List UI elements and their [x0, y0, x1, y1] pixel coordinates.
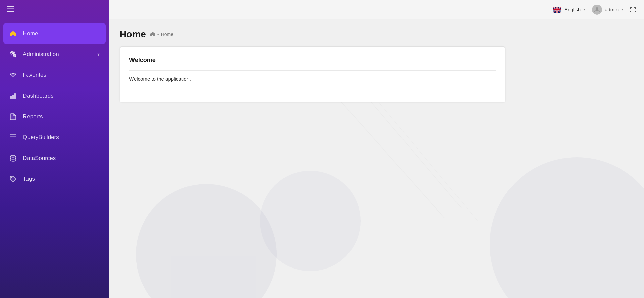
svg-rect-2 — [7, 11, 14, 12]
sidebar-item-datasources[interactable]: DataSources — [0, 148, 109, 169]
user-menu[interactable]: admin ▾ — [592, 5, 623, 15]
language-label: English — [564, 7, 581, 12]
sidebar-item-label: Home — [23, 30, 100, 37]
sidebar-item-dashboards[interactable]: Dashboards — [0, 85, 109, 106]
fullscreen-button[interactable] — [630, 7, 636, 13]
sidebar-item-label: Dashboards — [23, 93, 100, 99]
sidebar-item-label: Favorites — [23, 72, 100, 78]
page-title: Home — [120, 29, 146, 40]
bar-chart-icon — [9, 92, 17, 100]
welcome-message: Welcome to the application. — [129, 76, 496, 82]
svg-rect-5 — [14, 93, 16, 99]
database-icon — [9, 155, 17, 162]
main-content: English ▾ admin ▾ Home — [109, 0, 644, 298]
sidebar-header — [0, 0, 109, 20]
svg-point-12 — [10, 155, 16, 157]
sidebar-item-favorites[interactable]: Favorites — [0, 65, 109, 85]
svg-rect-1 — [7, 9, 14, 10]
welcome-card: Welcome Welcome to the application. — [120, 46, 505, 102]
sidebar-item-label: Tags — [23, 176, 100, 182]
file-icon — [9, 113, 17, 120]
language-selector[interactable]: English ▾ — [553, 7, 585, 13]
sidebar-item-label: QueryBuilders — [23, 134, 100, 141]
page-title-row: Home • Home — [120, 29, 633, 40]
sidebar: Home Administration ▾ Favorites — [0, 0, 109, 298]
svg-rect-4 — [12, 95, 14, 99]
username-label: admin — [605, 7, 619, 12]
welcome-title: Welcome — [129, 57, 496, 64]
tag-icon — [9, 175, 17, 183]
svg-point-18 — [596, 7, 598, 10]
sidebar-item-home[interactable]: Home — [3, 23, 106, 44]
breadcrumb-home-icon — [150, 31, 155, 38]
sidebar-item-reports[interactable]: Reports — [0, 106, 109, 127]
svg-rect-0 — [7, 6, 14, 7]
chevron-down-icon: ▾ — [97, 52, 100, 57]
breadcrumb: • Home — [150, 31, 173, 38]
svg-rect-8 — [10, 135, 16, 140]
svg-point-13 — [11, 177, 12, 178]
heart-icon — [9, 71, 17, 79]
sidebar-item-label: Administration — [23, 51, 91, 58]
wrench-icon — [9, 51, 17, 58]
sidebar-item-administration[interactable]: Administration ▾ — [0, 44, 109, 65]
sidebar-item-label: DataSources — [23, 155, 100, 162]
user-chevron: ▾ — [621, 7, 623, 12]
home-icon — [9, 30, 17, 37]
welcome-divider — [129, 70, 496, 71]
language-chevron: ▾ — [583, 7, 585, 12]
svg-rect-3 — [10, 96, 12, 99]
sidebar-navigation: Home Administration ▾ Favorites — [0, 23, 109, 189]
hamburger-icon[interactable] — [7, 6, 14, 14]
table-icon — [9, 134, 17, 141]
breadcrumb-separator: • — [157, 32, 159, 37]
page-body: Home • Home Welcome Welcome to the appli… — [109, 19, 644, 298]
top-bar: English ▾ admin ▾ — [109, 0, 644, 19]
breadcrumb-current: Home — [161, 32, 173, 37]
sidebar-item-tags[interactable]: Tags — [0, 169, 109, 189]
sidebar-item-label: Reports — [23, 113, 100, 120]
avatar — [592, 5, 602, 15]
uk-flag-icon — [553, 7, 561, 13]
sidebar-item-querybuilders[interactable]: QueryBuilders — [0, 127, 109, 148]
